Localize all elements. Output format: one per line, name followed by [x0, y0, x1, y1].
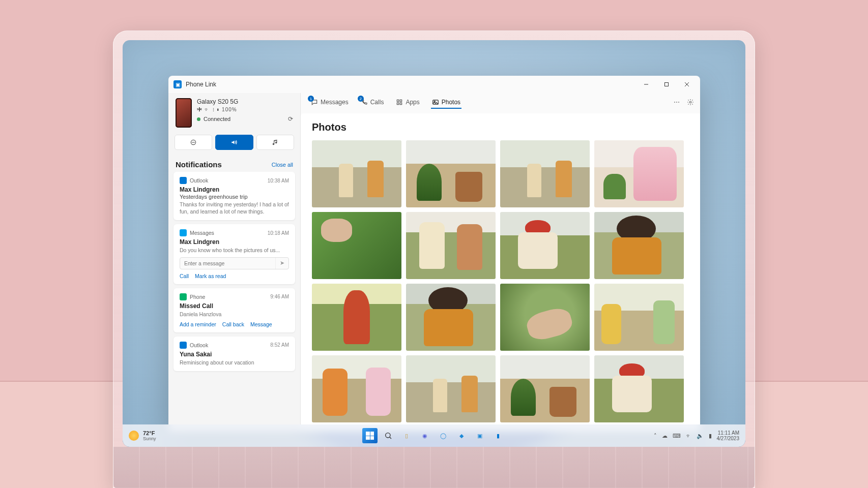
- photo-thumbnail[interactable]: [406, 355, 496, 422]
- photo-grid: [312, 140, 700, 422]
- weather-cond: Sunny: [143, 436, 156, 441]
- cloud-icon[interactable]: ☁: [662, 433, 668, 439]
- chat-icon[interactable]: ◉: [417, 428, 432, 443]
- photo-thumbnail[interactable]: [406, 140, 496, 207]
- action-message[interactable]: Message: [250, 321, 272, 327]
- send-reply-button[interactable]: ➤: [275, 258, 288, 269]
- svg-rect-5: [400, 100, 402, 102]
- notif-subject: Yesterdays greenhouse trip: [180, 194, 289, 200]
- connected-dot-icon: [197, 117, 200, 121]
- photo-thumbnail[interactable]: [594, 355, 684, 422]
- photo-thumbnail[interactable]: [312, 355, 401, 422]
- refresh-icon[interactable]: ⟳: [288, 115, 293, 123]
- music-tab[interactable]: [256, 135, 294, 150]
- laptop-frame: ▣ Phone Link: [113, 30, 755, 488]
- taskbar-center: ▯ ◉ ◯ ◆ ▣ ▮: [362, 428, 506, 443]
- photo-thumbnail[interactable]: [312, 140, 401, 207]
- notification-card[interactable]: Outlook 10:38 AM Max Lindgren Yesterdays…: [173, 172, 295, 220]
- notif-sender: Missed Call: [180, 302, 289, 310]
- action-call[interactable]: Call: [180, 273, 189, 279]
- wifi-icon[interactable]: ᯤ: [686, 433, 691, 439]
- svg-rect-6: [397, 103, 399, 105]
- explorer-icon[interactable]: ▯: [399, 428, 414, 443]
- notifications-list: Outlook 10:38 AM Max Lindgren Yesterdays…: [168, 172, 300, 432]
- notif-body: Daniela Hanzlova: [180, 311, 289, 318]
- more-icon[interactable]: ⋯: [674, 99, 680, 107]
- window-title: Phone Link: [186, 81, 216, 88]
- nav-label: Apps: [406, 99, 419, 106]
- maximize-button[interactable]: [656, 77, 677, 92]
- store-icon[interactable]: ▣: [472, 428, 487, 443]
- notif-time: 10:18 AM: [268, 230, 289, 236]
- tab-messages[interactable]: 1 Messages: [310, 97, 350, 109]
- phone-icon: [180, 293, 187, 300]
- start-button[interactable]: [362, 428, 378, 443]
- notif-sender: Max Lindgren: [180, 238, 289, 246]
- laptop-keyboard: [113, 447, 755, 488]
- audio-tab[interactable]: [215, 135, 253, 150]
- photo-thumbnail[interactable]: [500, 140, 590, 207]
- phone-thumbnail[interactable]: [176, 98, 192, 128]
- outlook-icon: [180, 177, 187, 184]
- svg-rect-4: [397, 100, 399, 102]
- photo-thumbnail[interactable]: [594, 284, 684, 351]
- taskbar-clock[interactable]: 11:11 AM 4/27/2023: [717, 430, 740, 442]
- notif-body: Do you know who took the pictures of us.…: [180, 247, 289, 254]
- outlook-icon: [180, 342, 187, 349]
- action-mark-read[interactable]: Mark as read: [195, 273, 226, 279]
- close-button[interactable]: [677, 77, 697, 92]
- windows-taskbar[interactable]: 72°F Sunny ▯ ◉ ◯ ◆ ▣ ▮ ˄ ☁ ⌨ ᯤ: [123, 424, 745, 447]
- photo-thumbnail[interactable]: [594, 212, 684, 279]
- language-icon[interactable]: ⌨: [673, 433, 681, 439]
- photo-thumbnail[interactable]: [500, 284, 590, 351]
- messages-badge: 1: [308, 96, 314, 102]
- notif-app: Messages: [190, 230, 214, 236]
- photo-thumbnail[interactable]: [312, 284, 401, 351]
- notification-card[interactable]: Outlook 8:52 AM Yuna Sakai Reminiscing a…: [173, 337, 295, 371]
- minimize-button[interactable]: [636, 77, 656, 92]
- device-name: Galaxy S20 5G: [197, 98, 293, 105]
- nav-label: Calls: [370, 99, 384, 106]
- photo-thumbnail[interactable]: [406, 284, 496, 351]
- notif-app: Phone: [190, 294, 205, 300]
- volume-icon[interactable]: 🔈: [697, 433, 704, 439]
- edge-icon[interactable]: ◯: [436, 428, 451, 443]
- close-all-link[interactable]: Close all: [272, 162, 293, 168]
- reply-input[interactable]: [180, 258, 275, 269]
- laptop-screen: ▣ Phone Link: [123, 40, 745, 447]
- main-pane: 1 Messages 2 Calls Apps: [301, 93, 700, 432]
- notification-card[interactable]: Phone 9:46 AM Missed Call Daniela Hanzlo…: [173, 288, 295, 332]
- photo-thumbnail[interactable]: [406, 212, 496, 279]
- phone-link-taskbar-icon[interactable]: ▮: [490, 428, 506, 443]
- photo-thumbnail[interactable]: [500, 355, 590, 422]
- action-add-reminder[interactable]: Add a reminder: [180, 321, 216, 327]
- search-icon[interactable]: [381, 428, 396, 443]
- photo-thumbnail[interactable]: [500, 212, 590, 279]
- chevron-up-icon[interactable]: ˄: [654, 433, 657, 439]
- settings-icon[interactable]: [687, 99, 694, 107]
- notification-card[interactable]: Messages 10:18 AM Max Lindgren Do you kn…: [173, 224, 295, 284]
- notif-app: Outlook: [190, 342, 208, 348]
- tab-photos[interactable]: Photos: [431, 97, 461, 109]
- system-tray[interactable]: ˄ ☁ ⌨ ᯤ 🔈 ▮ 11:11 AM 4/27/2023: [654, 430, 740, 442]
- sidebar: Galaxy S20 5G ✱ ᯤ ⋮ ▮ 100% Connected ⟳: [168, 93, 301, 432]
- notif-sender: Yuna Sakai: [180, 351, 289, 358]
- dnd-tab[interactable]: [175, 135, 212, 150]
- clock-time: 11:11 AM: [717, 430, 740, 436]
- svg-rect-7: [400, 103, 402, 105]
- tab-apps[interactable]: Apps: [395, 97, 420, 109]
- photo-thumbnail[interactable]: [312, 212, 401, 279]
- battery-icon[interactable]: ▮: [709, 433, 712, 439]
- calls-badge: 2: [358, 96, 364, 102]
- app-icon[interactable]: ◆: [454, 428, 469, 443]
- tab-calls[interactable]: 2 Calls: [360, 97, 385, 109]
- notif-body: Reminiscing about our vacation: [180, 359, 289, 366]
- nav-label: Messages: [321, 99, 349, 106]
- taskbar-weather[interactable]: 72°F Sunny: [129, 430, 156, 441]
- photo-thumbnail[interactable]: [594, 140, 684, 207]
- window-titlebar[interactable]: ▣ Phone Link: [168, 76, 700, 93]
- messages-icon: [180, 229, 187, 236]
- action-call-back[interactable]: Call back: [222, 321, 244, 327]
- notif-time: 8:52 AM: [270, 342, 289, 348]
- device-status-icons: ✱ ᯤ ⋮ ▮ 100%: [197, 107, 293, 112]
